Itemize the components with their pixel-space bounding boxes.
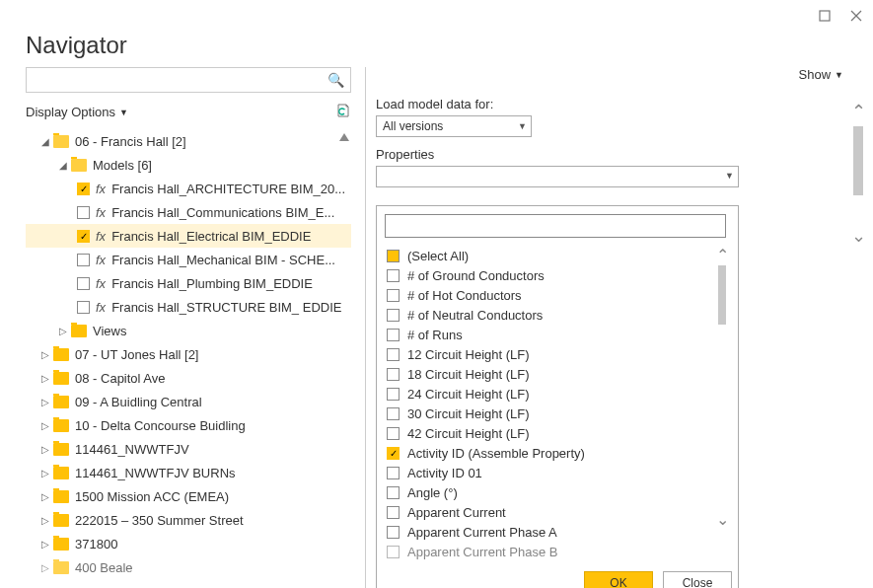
tree-folder-08[interactable]: ▷08 - Capitol Ave [26, 366, 351, 390]
tree-folder-222[interactable]: ▷222015 – 350 Summer Street [26, 508, 351, 532]
tree-folder-114a[interactable]: ▷114461_NWWTFJV [26, 437, 351, 461]
properties-combo[interactable]: ▼ [376, 166, 739, 187]
checkbox[interactable]: ✓ [77, 230, 90, 243]
show-dropdown[interactable]: Show ▼ [799, 67, 843, 82]
load-model-combo[interactable]: All versions▼ [376, 115, 532, 137]
checkbox[interactable] [387, 467, 400, 479]
checkbox[interactable]: ✓ [387, 447, 400, 460]
checkbox[interactable] [387, 546, 400, 558]
tree-model-3[interactable]: ✓fxFrancis Hall_Electrical BIM_EDDIE [26, 224, 351, 248]
caret-right-icon: ▷ [39, 349, 51, 360]
fx-icon: fx [96, 182, 106, 196]
tree-folder-114b[interactable]: ▷114461_NWWTFJV BURNs [26, 461, 351, 484]
checkbox-mixed[interactable] [387, 250, 400, 262]
tree-folder-09[interactable]: ▷09 - A Buidling Central [26, 390, 351, 413]
checkbox[interactable]: ✓ [77, 183, 90, 195]
folder-icon [53, 372, 69, 385]
scrollbar-thumb[interactable] [853, 126, 863, 195]
scroll-up-icon[interactable] [339, 133, 349, 141]
search-input[interactable] [33, 73, 327, 88]
caret-right-icon: ▷ [39, 562, 51, 573]
checkbox[interactable] [387, 329, 400, 341]
tree-model-1[interactable]: ✓fxFrancis Hall_ARCHITECTURE BIM_20... [26, 177, 351, 200]
prop-item[interactable]: 30 Circuit Height (LF) [385, 404, 734, 423]
tree-model-5[interactable]: fxFrancis Hall_Plumbing BIM_EDDIE [26, 271, 351, 295]
properties-filter-input[interactable] [385, 214, 726, 238]
checkbox[interactable] [77, 301, 90, 314]
checkbox[interactable] [387, 269, 400, 282]
fx-icon: fx [96, 229, 106, 244]
folder-icon [53, 135, 69, 148]
folder-icon [53, 538, 69, 551]
checkbox[interactable] [387, 486, 400, 499]
checkbox[interactable] [387, 506, 400, 519]
tree-folder-models[interactable]: ◢Models [6] [26, 153, 351, 177]
ok-button[interactable]: OK [584, 571, 653, 588]
checkbox[interactable] [387, 309, 400, 322]
properties-panel: ⌃⌄ (Select All) # of Ground Conductors #… [376, 205, 739, 588]
prop-item[interactable]: # of Hot Conductors [385, 285, 734, 305]
prop-item[interactable]: 12 Circuit Height (LF) [385, 344, 734, 364]
prop-item[interactable]: Angle (°) [385, 482, 734, 502]
checkbox[interactable] [387, 526, 400, 539]
properties-list[interactable]: ⌃⌄ (Select All) # of Ground Conductors #… [385, 246, 734, 561]
properties-scrollbar[interactable]: ⌃⌄ [714, 250, 730, 526]
caret-right-icon: ▷ [39, 373, 51, 384]
properties-label: Properties [376, 147, 834, 162]
checkbox[interactable] [387, 368, 400, 381]
checkbox[interactable] [77, 277, 90, 290]
scroll-down-icon[interactable]: ⌄ [851, 229, 866, 243]
fx-icon: fx [96, 276, 106, 291]
preview-scrollbar[interactable]: ⌃⌄ [849, 105, 867, 243]
checkbox[interactable] [387, 407, 400, 420]
checkbox[interactable] [77, 254, 90, 266]
folder-icon [53, 396, 69, 408]
caret-right-icon: ▷ [39, 539, 51, 550]
search-icon: 🔍 [327, 72, 344, 88]
prop-item[interactable]: 24 Circuit Height (LF) [385, 384, 734, 404]
checkbox[interactable] [387, 388, 400, 401]
tree-model-6[interactable]: fxFrancis Hall_STRUCTURE BIM_ EDDIE [26, 295, 351, 319]
scrollbar-thumb[interactable] [718, 265, 726, 325]
tree-folder-07[interactable]: ▷07 - UT Jones Hall [2] [26, 342, 351, 366]
folder-icon [71, 325, 87, 337]
prop-item[interactable]: # of Ground Conductors [385, 265, 734, 285]
prop-item[interactable]: ✓Activity ID (Assemble Property) [385, 443, 734, 463]
prop-item[interactable]: # of Neutral Conductors [385, 305, 734, 325]
scroll-up-icon[interactable]: ⌃ [716, 250, 729, 261]
tree-folder-views[interactable]: ▷Views [26, 319, 351, 342]
prop-item[interactable]: 42 Circuit Height (LF) [385, 423, 734, 443]
prop-item[interactable]: 18 Circuit Height (LF) [385, 364, 734, 384]
chevron-down-icon: ▼ [725, 171, 734, 181]
display-options-dropdown[interactable]: Display Options ▼ [26, 105, 128, 119]
load-model-label: Load model data for: [376, 97, 834, 111]
tree-folder-10[interactable]: ▷10 - Delta Concourse Buidling [26, 413, 351, 437]
folder-icon [53, 348, 69, 361]
prop-item[interactable]: # of Runs [385, 325, 734, 344]
scroll-up-icon[interactable]: ⌃ [851, 105, 866, 118]
tree-model-2[interactable]: fxFrancis Hall_Communications BIM_E... [26, 200, 351, 224]
tree-folder-400[interactable]: ▷400 Beale [26, 555, 351, 579]
checkbox[interactable] [387, 289, 400, 302]
prop-select-all[interactable]: (Select All) [385, 246, 734, 265]
search-input-wrapper[interactable]: 🔍 [26, 67, 351, 93]
checkbox[interactable] [387, 427, 400, 440]
close-button[interactable]: Close [663, 571, 732, 588]
prop-item[interactable]: Apparent Current Phase A [385, 522, 734, 542]
maximize-button[interactable] [818, 9, 832, 23]
caret-right-icon: ▷ [39, 444, 51, 455]
checkbox[interactable] [77, 206, 90, 219]
close-button[interactable] [849, 9, 863, 23]
tree-view[interactable]: ◢06 - Francis Hall [2] ◢Models [6] ✓fxFr… [26, 129, 351, 588]
scroll-down-icon[interactable]: ⌄ [716, 514, 729, 526]
refresh-icon[interactable] [335, 103, 351, 121]
tree-folder-371[interactable]: ▷371800 [26, 532, 351, 555]
tree-model-4[interactable]: fxFrancis Hall_Mechanical BIM - SCHE... [26, 248, 351, 271]
prop-item[interactable]: Apparent Current Phase B [385, 542, 734, 561]
prop-item[interactable]: Activity ID 01 [385, 463, 734, 482]
tree-folder-francis[interactable]: ◢06 - Francis Hall [2] [26, 129, 351, 153]
tree-folder-1500[interactable]: ▷1500 Mission ACC (EMEA) [26, 484, 351, 508]
folder-icon [53, 561, 69, 574]
prop-item[interactable]: Apparent Current [385, 502, 734, 522]
checkbox[interactable] [387, 348, 400, 361]
